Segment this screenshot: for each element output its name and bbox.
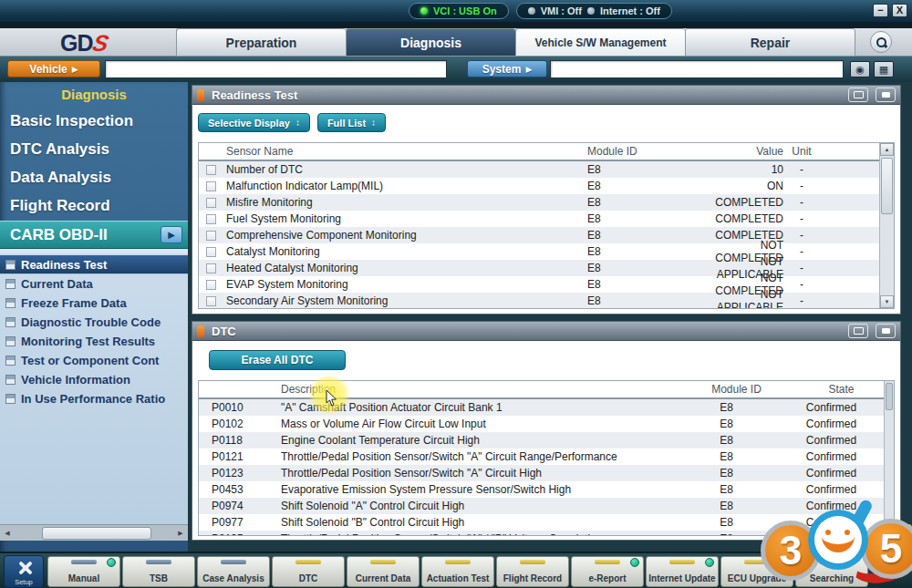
table-row[interactable]: Misfire Monitoring E8 COMPLETED - [199,194,879,211]
readiness-table-header: Sensor Name Module ID Value Unit [199,143,894,161]
tab[interactable]: Preparation [176,28,346,57]
system-input[interactable] [550,60,844,78]
table-row[interactable]: P0102 Mass or Volume Air Flow Circuit Lo… [199,416,884,432]
submenu-item[interactable]: Diagnostic Trouble Code [0,313,188,332]
window-icon [5,298,16,308]
sidebar-item[interactable]: Data Analysis [0,163,188,191]
row-checkbox[interactable] [206,165,216,175]
row-checkbox[interactable] [206,198,216,208]
vehicle-input[interactable] [105,60,447,78]
table-row[interactable]: P0974 Shift Solenoid "A" Control Circuit… [199,498,884,514]
column-sensor-name[interactable]: Sensor Name [223,145,587,158]
column-state[interactable]: State [789,383,894,396]
sidebar-item-carb-obd2[interactable]: CARB OBD-II ▶ [0,221,188,249]
scroll-right-icon[interactable]: ▶ [173,530,188,537]
row-checkbox[interactable] [206,263,216,273]
table-row[interactable]: P0977 Shift Solenoid "B" Control Circuit… [199,514,884,531]
table-row[interactable]: Fuel System Monitoring E8 COMPLETED - [199,211,879,227]
toolbar-button[interactable]: Internet Update [646,556,719,587]
table-row[interactable]: P0118 Engine Coolant Temperature Circuit… [199,432,884,449]
row-checkbox[interactable] [206,214,216,224]
module-id-cell: E8 [587,262,706,274]
dtc-panel-header: DTC [192,322,900,341]
close-button[interactable]: X [892,4,907,17]
table-row[interactable]: Secondary Air System Monitoring E8 NOT A… [199,293,879,309]
submenu-item[interactable]: Current Data [0,274,188,294]
capture-icon[interactable] [848,88,868,102]
sidebar-horizontal-scrollbar[interactable]: ◀ ▶ [0,524,188,541]
submenu-item-label: Freeze Frame Data [21,296,127,310]
sensor-name-cell: Fuel System Monitoring [223,212,587,225]
column-module-id[interactable]: Module ID [587,145,706,158]
submenu-item[interactable]: In Use Performance Ratio [0,389,188,408]
expand-arrow-icon[interactable]: ▶ [161,226,182,243]
column-module-id[interactable]: Module ID [684,383,789,396]
submenu-item[interactable]: Readiness Test [0,255,188,274]
contrast-icon[interactable]: ◉ [850,61,870,77]
full-list-button[interactable]: Full List ↕ [317,113,386,132]
toolbar-button[interactable]: Current Data [347,556,420,587]
search-button[interactable] [870,31,892,53]
toolbar-button[interactable]: Actuation Test [421,556,494,587]
submenu-item[interactable]: Vehicle Information [0,370,188,389]
scrollbar-thumb[interactable] [886,383,893,410]
table-row[interactable]: P0453 Evaporative Emission System Pressu… [199,481,884,498]
window-icon [5,356,16,366]
keyboard-icon[interactable]: ▦ [874,61,894,77]
unit-cell: - [783,245,820,258]
vehicle-button[interactable]: Vehicle ▶ [7,60,100,77]
selective-display-button[interactable]: Selective Display ↕ [198,113,310,132]
tab[interactable]: Diagnosis [346,28,515,57]
sidebar-item[interactable]: DTC Analysis [0,135,188,163]
row-checkbox[interactable] [206,231,216,241]
toolbar-button[interactable]: Searching [795,556,868,587]
toolbar-button[interactable]: ECU Upgrade [720,556,793,587]
scrollbar-thumb[interactable] [42,527,151,540]
tab[interactable]: Repair [685,28,855,57]
toolbar-button[interactable]: Flight Record [496,556,569,587]
row-checkbox[interactable] [206,296,216,306]
table-row[interactable]: P0123 Throttle/Pedal Position Sensor/Swi… [199,465,884,481]
toolbar-button[interactable]: Case Analysis [197,556,270,587]
capture-icon[interactable] [848,324,868,338]
toolbar-button[interactable]: e-Report [571,556,644,587]
submenu-item[interactable]: Monitoring Test Results [0,332,188,351]
row-checkbox[interactable] [206,247,216,257]
scroll-down-icon[interactable]: ▼ [885,525,894,535]
scroll-down-icon[interactable]: ▼ [880,295,894,308]
toolbar-button[interactable]: Manual [47,556,120,587]
column-value[interactable]: Value [706,145,783,158]
minimize-button[interactable]: − [873,4,888,17]
tab[interactable]: Vehicle S/W Management [515,28,685,57]
readiness-vertical-scrollbar[interactable]: ▲ ▼ [879,143,894,308]
row-checkbox[interactable] [206,181,216,191]
readiness-panel-header: Readiness Test [192,86,900,105]
erase-all-dtc-button[interactable]: Erase All DTC [209,350,346,370]
tab-label: Diagnosis [400,36,461,50]
table-row[interactable]: P2135 Throttle/Pedal Position Sensor/Swi… [199,531,884,536]
vmi-status-icon [528,7,535,15]
system-button[interactable]: System ▶ [467,60,547,77]
row-checkbox[interactable] [206,280,216,290]
scroll-left-icon[interactable]: ◀ [0,530,15,537]
sidebar-item[interactable]: Flight Record [0,191,188,220]
setup-button[interactable]: Setup [4,555,44,588]
sidebar-item[interactable]: Basic Inspection [0,107,188,135]
column-unit[interactable]: Unit [783,145,820,158]
toolbar-button[interactable]: TSB [122,556,195,587]
dtc-code-cell: P0121 [199,450,281,463]
submenu-item[interactable]: Test or Component Cont [0,351,188,370]
scroll-up-icon[interactable]: ▲ [880,143,894,156]
tab-label: Preparation [226,36,297,50]
collapse-icon[interactable] [876,324,896,338]
submenu-item[interactable]: Freeze Frame Data [0,294,188,313]
table-row[interactable]: Malfunction Indicator Lamp(MIL) E8 ON - [199,178,879,194]
scrollbar-thumb[interactable] [881,158,893,214]
table-row[interactable]: Number of DTC E8 10 - [199,161,879,178]
dtc-code-cell: P0977 [199,516,281,529]
table-row[interactable]: P0121 Throttle/Pedal Position Sensor/Swi… [199,449,884,465]
collapse-icon[interactable] [876,88,896,102]
toolbar-button[interactable]: DTC [272,556,345,587]
table-row[interactable]: P0010 "A" Camshaft Position Actuator Cir… [199,399,884,416]
dtc-vertical-scrollbar[interactable]: ▼ [884,381,894,535]
